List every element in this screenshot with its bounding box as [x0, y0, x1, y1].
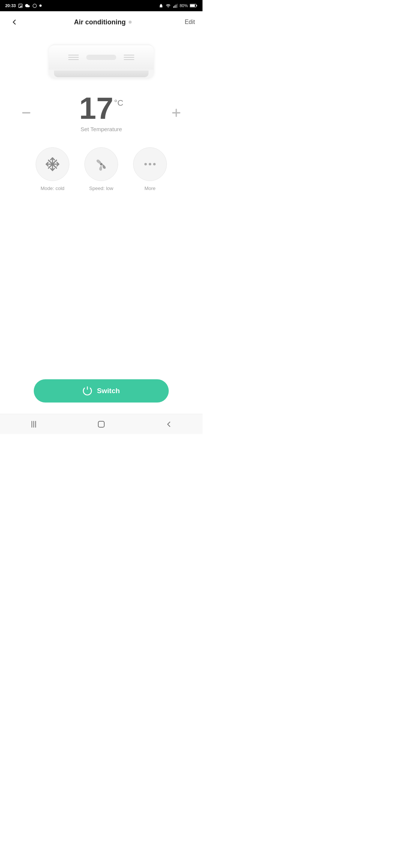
switch-area: Switch: [0, 372, 202, 414]
status-bar-right: 80%: [159, 3, 197, 8]
svg-rect-32: [98, 421, 104, 427]
ac-center-bar: [86, 55, 116, 60]
nav-home[interactable]: [90, 417, 112, 432]
power-icon: [82, 386, 92, 396]
battery-icon: [190, 3, 197, 8]
status-dot-notification: [39, 4, 42, 7]
temperature-area: 17 °C Set Temperature: [0, 85, 202, 136]
nav-recent-apps[interactable]: [22, 417, 45, 432]
battery-level: 80%: [180, 3, 188, 8]
svg-point-27: [149, 163, 152, 166]
ac-unit-base: [54, 70, 148, 77]
circle-icon: [32, 3, 37, 8]
ac-image-area: [0, 33, 202, 85]
svg-rect-8: [196, 5, 197, 6]
home-button-icon: [97, 420, 106, 429]
decrease-temp-button[interactable]: [15, 102, 38, 124]
more-control[interactable]: More: [133, 147, 167, 191]
more-label: More: [144, 186, 156, 191]
ac-vent-left: [68, 55, 79, 60]
cloud-icon: [25, 3, 30, 8]
increase-temp-button[interactable]: [165, 102, 188, 124]
ac-vent-right: [124, 55, 134, 60]
alarm-icon: [159, 3, 164, 8]
mode-button[interactable]: [36, 147, 69, 181]
speed-control[interactable]: Speed: low: [84, 147, 118, 191]
switch-label: Switch: [97, 387, 120, 395]
back-button[interactable]: [8, 15, 21, 29]
header: Air conditioning Edit: [0, 11, 202, 33]
status-bar: 20:33 80%: [0, 0, 202, 11]
svg-point-25: [100, 163, 103, 166]
svg-rect-3: [173, 6, 174, 7]
status-bar-left: 20:33: [5, 3, 42, 8]
signal-icon: [173, 3, 178, 8]
temperature-unit: °C: [114, 98, 123, 108]
svg-rect-4: [174, 5, 175, 8]
svg-point-28: [153, 163, 156, 166]
ac-unit-image: [49, 44, 154, 78]
wifi-icon: [165, 3, 171, 8]
switch-button[interactable]: Switch: [34, 379, 169, 403]
page-title: Air conditioning: [74, 18, 126, 26]
more-dots-icon: [142, 157, 158, 172]
nav-back[interactable]: [158, 417, 180, 432]
back-nav-icon: [164, 420, 173, 429]
edit-button[interactable]: Edit: [184, 19, 195, 25]
speed-button[interactable]: [84, 147, 118, 181]
svg-rect-9: [190, 4, 195, 7]
header-title-wrap: Air conditioning: [74, 18, 132, 26]
mode-control[interactable]: Mode: cold: [36, 147, 69, 191]
svg-rect-6: [177, 4, 178, 8]
more-button[interactable]: [133, 147, 167, 181]
temperature-display: 17 °C Set Temperature: [38, 93, 165, 132]
photo-icon: [18, 3, 23, 8]
speed-label: Speed: low: [89, 186, 113, 191]
temperature-label: Set Temperature: [81, 126, 122, 132]
bottom-nav: [0, 414, 202, 434]
recent-apps-icon: [29, 420, 38, 429]
temperature-value: 17: [79, 93, 113, 124]
fan-icon: [94, 157, 109, 172]
svg-point-1: [20, 4, 20, 5]
mode-label: Mode: cold: [40, 186, 64, 191]
controls-area: Mode: cold Speed: low More: [0, 136, 202, 199]
device-status-dot: [129, 21, 132, 24]
svg-point-2: [33, 4, 37, 7]
status-time: 20:33: [5, 3, 16, 8]
snowflake-icon: [45, 157, 60, 172]
svg-point-26: [144, 163, 147, 166]
svg-rect-5: [176, 4, 177, 8]
